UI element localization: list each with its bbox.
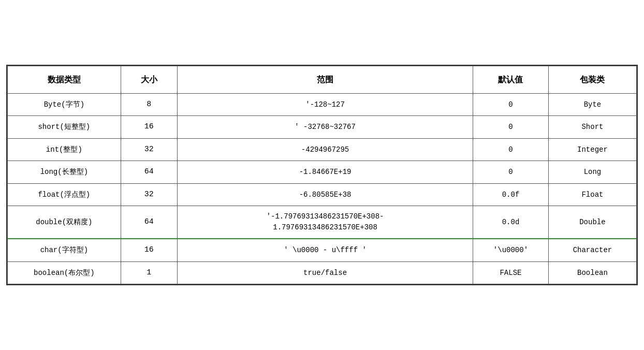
cell-size: 32 bbox=[121, 138, 177, 161]
cell-default: '\u0000' bbox=[473, 239, 549, 261]
header-default: 默认值 bbox=[473, 66, 549, 93]
cell-default: 0 bbox=[473, 138, 549, 161]
cell-range: true/false bbox=[178, 261, 473, 284]
cell-range: -6.80585E+38 bbox=[178, 183, 473, 206]
cell-type: char(字符型) bbox=[8, 239, 121, 261]
table-row: int(整型)32-42949672950Integer bbox=[8, 138, 637, 161]
cell-wrapper: Character bbox=[548, 239, 636, 261]
cell-type: long(长整型) bbox=[8, 161, 121, 184]
table-row: float(浮点型)32-6.80585E+380.0fFloat bbox=[8, 183, 637, 206]
cell-range: -1.84667E+19 bbox=[178, 161, 473, 184]
cell-default: 0.0f bbox=[473, 183, 549, 206]
table-row: char(字符型)16' \u0000 - u\ffff ''\u0000'Ch… bbox=[8, 239, 637, 261]
table-row: double(双精度)64'-1.79769313486231570E+308-… bbox=[8, 206, 637, 239]
cell-wrapper: Short bbox=[548, 116, 636, 139]
cell-range: -4294967295 bbox=[178, 138, 473, 161]
table-row: boolean(布尔型)1true/falseFALSEBoolean bbox=[8, 261, 637, 284]
cell-range: ' \u0000 - u\ffff ' bbox=[178, 239, 473, 261]
table-row: long(长整型)64-1.84667E+190Long bbox=[8, 161, 637, 184]
cell-wrapper: Float bbox=[548, 183, 636, 206]
cell-size: 1 bbox=[121, 261, 177, 284]
cell-wrapper: Double bbox=[548, 206, 636, 239]
cell-type: Byte(字节) bbox=[8, 93, 121, 116]
cell-type: float(浮点型) bbox=[8, 183, 121, 206]
header-type: 数据类型 bbox=[8, 66, 121, 93]
header-size: 大小 bbox=[121, 66, 177, 93]
cell-default: 0.0d bbox=[473, 206, 549, 239]
data-types-table: 数据类型 大小 范围 默认值 包装类 Byte(字节)8'-128~1270By… bbox=[6, 65, 638, 286]
cell-range: ' -32768~32767 bbox=[178, 116, 473, 139]
cell-size: 64 bbox=[121, 161, 177, 184]
cell-type: short(短整型) bbox=[8, 116, 121, 139]
table-row: Byte(字节)8'-128~1270Byte bbox=[8, 93, 637, 116]
table-header-row: 数据类型 大小 范围 默认值 包装类 bbox=[8, 66, 637, 93]
cell-type: boolean(布尔型) bbox=[8, 261, 121, 284]
cell-range: '-128~127 bbox=[178, 93, 473, 116]
cell-size: 16 bbox=[121, 116, 177, 139]
cell-default: 0 bbox=[473, 116, 549, 139]
cell-type: double(双精度) bbox=[8, 206, 121, 239]
cell-default: 0 bbox=[473, 93, 549, 116]
cell-size: 32 bbox=[121, 183, 177, 206]
cell-type: int(整型) bbox=[8, 138, 121, 161]
cell-wrapper: Byte bbox=[548, 93, 636, 116]
cell-wrapper: Boolean bbox=[548, 261, 636, 284]
cell-wrapper: Long bbox=[548, 161, 636, 184]
cell-size: 8 bbox=[121, 93, 177, 116]
header-wrapper: 包装类 bbox=[548, 66, 636, 93]
cell-wrapper: Integer bbox=[548, 138, 636, 161]
header-range: 范围 bbox=[178, 66, 473, 93]
cell-size: 16 bbox=[121, 239, 177, 261]
cell-default: FALSE bbox=[473, 261, 549, 284]
table-row: short(短整型)16' -32768~327670Short bbox=[8, 116, 637, 139]
cell-range: '-1.79769313486231570E+308-1.79769313486… bbox=[178, 206, 473, 239]
cell-size: 64 bbox=[121, 206, 177, 239]
cell-default: 0 bbox=[473, 161, 549, 184]
